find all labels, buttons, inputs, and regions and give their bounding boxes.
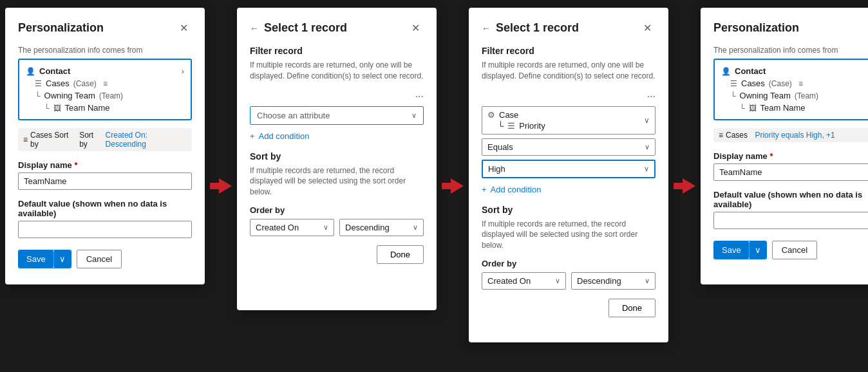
panel3-sort-desc: If multiple records are returned, the re… [482, 219, 656, 251]
team-name-branch-icon: └ [44, 104, 50, 113]
panel3-order-dir-select[interactable]: Descending ∨ [571, 272, 656, 290]
high-value: High [488, 164, 505, 174]
priority-label: Priority [519, 121, 545, 131]
panel3-close-button[interactable]: ✕ [639, 21, 656, 35]
panel4-save-dropdown-button[interactable]: ∨ [749, 241, 766, 259]
cases-list-icon: ☰ [35, 79, 42, 88]
tree-contact-row: 👤 Contact › [26, 65, 184, 77]
panel4-filter-prefix-icon: ≡ [719, 131, 723, 140]
case-tree-inner: ⚙ Case └ ☰ Priority [487, 110, 644, 131]
panel4-default-value-input[interactable] [713, 212, 868, 229]
panel2-attr-select[interactable]: Choose an attribute ∨ [250, 106, 424, 125]
display-name-input[interactable] [18, 172, 192, 190]
save-dropdown-button[interactable]: ∨ [53, 250, 71, 268]
panel2-done-button[interactable]: Done [377, 245, 424, 264]
panel4-cases-label: Cases [741, 79, 765, 88]
save-button[interactable]: Save [19, 250, 53, 268]
arrow-1 [205, 178, 237, 194]
panel3-header-left: ← Select 1 record [482, 21, 579, 35]
panel4-tree-cases-row: ☰ Cases (Case) ≡ [721, 77, 868, 89]
panel4-filter-bar[interactable]: ≡ Cases Priority equals High, +1 [713, 128, 868, 142]
panel4-save-btn-group: Save ∨ [713, 241, 767, 259]
panel3-back-button[interactable]: ← [482, 23, 491, 33]
panel4-owning-team-type: (Team) [795, 91, 818, 100]
panel1-close-button[interactable]: ✕ [176, 21, 192, 35]
contact-chevron-icon: › [182, 66, 184, 76]
panel2-sort-desc: If multiple records are returned, the re… [250, 165, 424, 198]
panel2-close-button[interactable]: ✕ [408, 21, 424, 35]
panel2-header: ← Select 1 record ✕ [250, 21, 424, 35]
panel4-title: Personalization [713, 21, 799, 35]
tree-owning-team-row: └ Owning Team (Team) [26, 89, 184, 102]
panel3-dots-button[interactable]: ··· [647, 91, 656, 102]
cancel-button[interactable]: Cancel [77, 250, 122, 268]
panel4-owning-team-row: └ Owning Team (Team) [721, 89, 868, 102]
panel4-contact-icon: 👤 [721, 67, 731, 76]
panel4-header: Personalization ✕ [713, 21, 868, 35]
arrow-3 [668, 178, 701, 194]
panel4-section-label: The personalization info comes from [713, 46, 868, 55]
panel4-team-name-branch: └ [739, 104, 745, 113]
panel3-order-field-chevron: ∨ [555, 277, 560, 285]
panel2-filter-desc: If multiple records are returned, only o… [250, 60, 424, 82]
panel3-order-dir-value: Descending [577, 276, 621, 286]
tree-cases-row: ☰ Cases (Case) ≡ [26, 77, 184, 89]
panel3-case-tree-selector[interactable]: ⚙ Case └ ☰ Priority ∨ [482, 106, 656, 135]
panel1-filter-bar[interactable]: ≡ Cases Sort by Sort by Created On: Desc… [18, 128, 192, 151]
panel2-order-label: Order by [250, 205, 424, 215]
filter-bar-prefix: Cases Sort by [30, 131, 77, 149]
panel2-add-condition-button[interactable]: + Add condition [250, 131, 309, 141]
panel3-order-row: Created On ∨ Descending ∨ [482, 272, 656, 290]
panel2-dots-row: ··· [250, 91, 424, 102]
order-dir-chevron: ∨ [413, 223, 418, 232]
panel3-done-button[interactable]: Done [609, 299, 656, 317]
panel4-btn-row: Save ∨ Cancel [713, 241, 868, 259]
panel3-sort-title: Sort by [482, 205, 656, 215]
panel1-btn-row: Save ∨ Cancel [18, 250, 192, 268]
panel3-order-dir-chevron: ∨ [645, 277, 650, 285]
panel3-add-condition-plus: + [482, 185, 487, 194]
panel4-team-name-row: └ 🖼 Team Name [721, 102, 868, 114]
panel4-cases-type: (Case) [769, 79, 792, 88]
panel3-order-field-select[interactable]: Created On ∨ [482, 272, 566, 290]
panel4-default-value-label: Default value (shown when no data is ava… [713, 190, 868, 209]
panel3-order-label: Order by [482, 259, 656, 268]
panel4-filter-bar-prefix: Cases [726, 131, 748, 140]
default-value-input[interactable] [18, 221, 192, 238]
panel4-save-button[interactable]: Save [714, 241, 749, 259]
filter-bar-sort-label: Sort by [79, 131, 102, 149]
panel4-cancel-button[interactable]: Cancel [772, 241, 817, 259]
panel2-back-button[interactable]: ← [250, 23, 259, 33]
panel4-owning-team-branch: └ [730, 91, 736, 100]
case-gear-icon: ⚙ [487, 110, 495, 120]
team-name-label: Team Name [65, 103, 110, 113]
panel4-default-value-group: Default value (shown when no data is ava… [713, 190, 868, 229]
panel2-order-dir-select[interactable]: Descending ∨ [339, 219, 424, 236]
panel2-order-row: Created On ∨ Descending ∨ [250, 219, 424, 236]
select-record-panel-2: ← Select 1 record ✕ Filter record If mul… [469, 8, 668, 342]
panel4-team-name-label: Team Name [760, 103, 806, 113]
panel4-tree-box: 👤 Contact › ☰ Cases (Case) ≡ └ Owning Te… [713, 59, 868, 120]
equals-chevron-icon: ∨ [645, 143, 650, 151]
panel2-dots-button[interactable]: ··· [415, 91, 424, 102]
panel4-display-name-label: Display name [713, 151, 868, 161]
filter-bar-link: Created On: Descending [106, 131, 187, 149]
priority-branch-icon: └ [498, 121, 504, 131]
panel1-default-value-group: Default value (shown when no data is ava… [18, 199, 192, 238]
display-name-label: Display name [18, 160, 192, 170]
owning-team-label: └ [35, 91, 41, 100]
cases-type-label: (Case) [73, 79, 97, 88]
panel3-equals-select[interactable]: Equals ∨ [482, 138, 656, 156]
panel3-filter-title: Filter record [482, 46, 656, 56]
arrow-2 [437, 178, 469, 194]
panel2-order-field-select[interactable]: Created On ∨ [250, 219, 334, 236]
panel1-display-name-group: Display name [18, 160, 192, 190]
panel4-filter-bar-link: Priority equals High, +1 [755, 131, 835, 140]
high-chevron-icon: ∨ [644, 165, 649, 173]
panel3-high-select[interactable]: High ∨ [482, 160, 656, 178]
panel3-add-condition-button[interactable]: + Add condition [482, 185, 541, 194]
panel4-owning-team-name: Owning Team [740, 91, 791, 100]
panel4-display-name-input[interactable] [713, 163, 868, 181]
panel2-sort-title: Sort by [250, 151, 424, 162]
panel1-tree-box: 👤 Contact › ☰ Cases (Case) ≡ └ Owning Te… [18, 59, 192, 120]
